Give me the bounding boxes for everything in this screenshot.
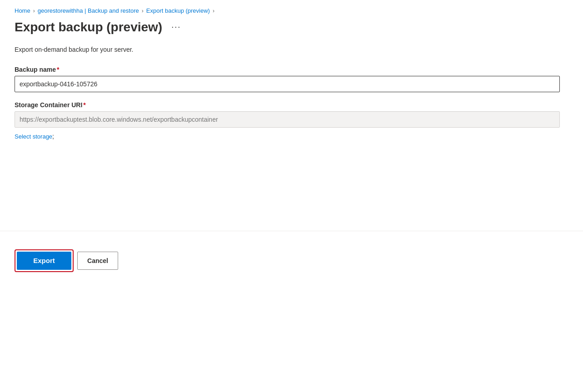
backup-name-input[interactable] bbox=[15, 76, 560, 92]
breadcrumb-current: Export backup (preview) bbox=[146, 7, 210, 14]
storage-uri-label: Storage Container URI* bbox=[15, 101, 560, 109]
breadcrumb-sep-3: › bbox=[213, 8, 214, 14]
export-button[interactable]: Export bbox=[17, 252, 71, 270]
page-header: Export backup (preview) ··· bbox=[15, 20, 568, 35]
storage-uri-group: Storage Container URI* Select storage; bbox=[15, 101, 560, 140]
page-title: Export backup (preview) bbox=[15, 20, 162, 35]
export-button-wrapper: Export bbox=[15, 249, 74, 272]
storage-uri-input[interactable] bbox=[15, 111, 560, 128]
breadcrumb-sep-2: › bbox=[142, 8, 144, 14]
backup-name-required: * bbox=[57, 66, 59, 73]
breadcrumb-sep-1: › bbox=[33, 8, 35, 14]
cancel-button[interactable]: Cancel bbox=[77, 252, 118, 270]
ellipsis-button[interactable]: ··· bbox=[168, 20, 184, 34]
backup-name-group: Backup name* bbox=[15, 66, 560, 92]
select-storage-suffix: ; bbox=[52, 133, 54, 140]
select-storage-row: Select storage; bbox=[15, 130, 560, 140]
backup-name-label: Backup name* bbox=[15, 66, 560, 73]
breadcrumb-home[interactable]: Home bbox=[15, 7, 30, 14]
breadcrumb-resource[interactable]: georestorewithha | Backup and restore bbox=[38, 7, 139, 14]
bottom-actions: Export Cancel bbox=[15, 249, 568, 283]
select-storage-link[interactable]: Select storage bbox=[15, 133, 52, 140]
bottom-divider bbox=[0, 231, 583, 231]
export-form: Backup name* Storage Container URI* Sele… bbox=[15, 66, 560, 140]
storage-uri-required: * bbox=[83, 101, 85, 109]
page-description: Export on-demand backup for your server. bbox=[15, 46, 568, 53]
breadcrumb: Home › georestorewithha | Backup and res… bbox=[15, 7, 568, 14]
